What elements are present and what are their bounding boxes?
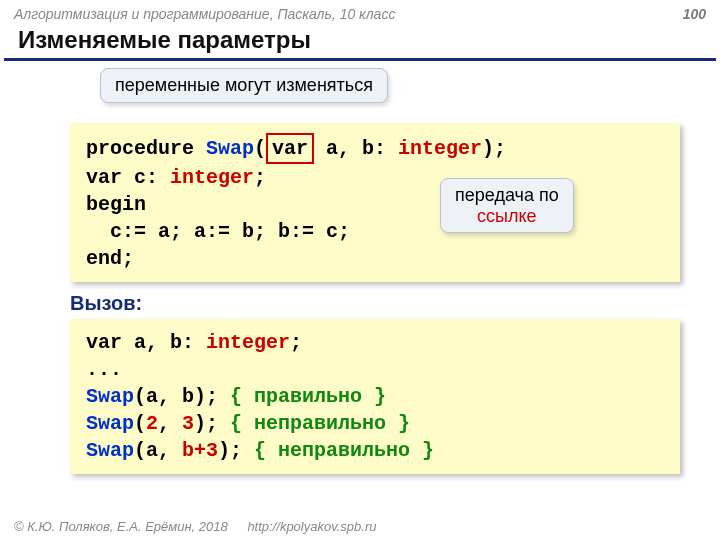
callout-pass-by-ref: передача по ссылке	[440, 178, 574, 233]
code-line: Swap(a, b); { правильно }	[86, 383, 664, 410]
page-title: Изменяемые параметры	[4, 24, 716, 61]
code-line: end;	[86, 245, 664, 272]
footer-link[interactable]: http://kpolyakov.spb.ru	[247, 519, 376, 534]
code-block-call: var a, b: integer; ... Swap(a, b); { пра…	[70, 319, 680, 474]
code-line: var c: integer;	[86, 164, 664, 191]
footer: © К.Ю. Поляков, Е.А. Ерёмин, 2018 http:/…	[14, 519, 376, 534]
callout-variables-change: переменные могут изменяться	[100, 68, 388, 103]
code-line: procedure Swap( var a, b: integer);	[86, 133, 664, 164]
code-line: Swap(a, b+3); { неправильно }	[86, 437, 664, 464]
call-label: Вызов:	[70, 292, 680, 315]
copyright: © К.Ю. Поляков, Е.А. Ерёмин, 2018	[14, 519, 228, 534]
code-line: var a, b: integer;	[86, 329, 664, 356]
header: Алгоритмизация и программирование, Паска…	[0, 0, 720, 24]
code-line: ...	[86, 356, 664, 383]
course-label: Алгоритмизация и программирование, Паска…	[14, 6, 395, 22]
code-block-procedure: procedure Swap( var a, b: integer); var …	[70, 123, 680, 282]
var-keyword-box: var	[266, 133, 314, 164]
code-line: Swap(2, 3); { неправильно }	[86, 410, 664, 437]
code-line: begin	[86, 191, 664, 218]
page-number: 100	[683, 6, 706, 22]
code-line: c:= a; a:= b; b:= c;	[86, 218, 664, 245]
